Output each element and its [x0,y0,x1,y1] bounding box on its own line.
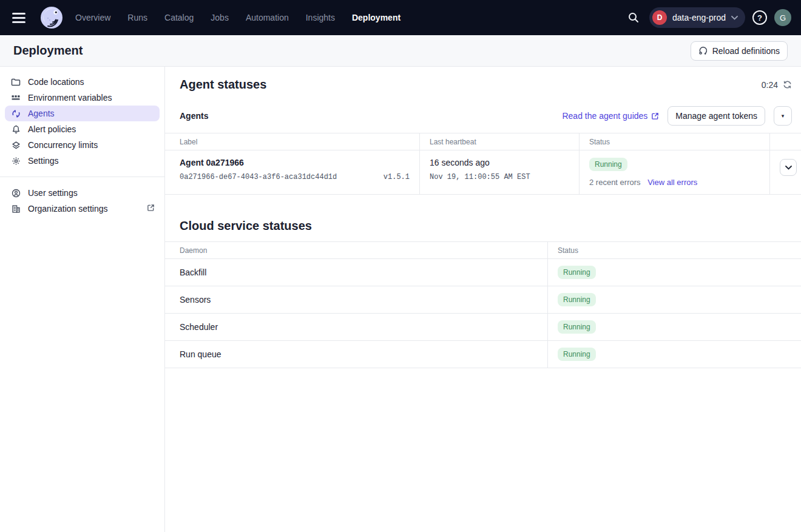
primary-nav: Overview Runs Catalog Jobs Automation In… [75,13,417,22]
user-icon [11,188,21,198]
sidebar-item-user-settings[interactable]: User settings [5,185,160,201]
refresh-countdown: 0:24 [762,80,792,90]
agents-subheader: Agents Read the agent guides Manage agen… [165,92,801,133]
sidebar-item-label: Settings [28,156,59,166]
building-icon [11,204,21,214]
daemon-name: Backfill [165,259,548,286]
agents-section-label: Agents [180,111,208,121]
status-badge: Running [558,348,596,361]
daemon-status-cell: Running [548,259,801,286]
agent-heartbeat-cell: 16 seconds ago Nov 19, 11:00:55 AM EST [420,150,580,195]
folder-icon [11,77,21,87]
agent-guides-label: Read the agent guides [562,111,647,121]
sidebar-item-alert-policies[interactable]: Alert policies [5,121,160,137]
sidebar-item-label: Alert policies [28,124,76,134]
cloud-service-statuses-title: Cloud service statuses [165,195,801,233]
agent-status-cell: Running 2 recent errors View all errors [580,150,770,195]
deployment-initial-badge: D [652,10,667,25]
chevron-down-icon [731,16,738,20]
column-header-status: Status [548,242,801,259]
help-icon: ? [752,10,767,25]
code-location-icon [698,46,708,55]
avatar[interactable]: G [774,9,791,26]
nav-item-deployment[interactable]: Deployment [352,13,400,22]
reload-definitions-label: Reload definitions [712,46,780,56]
search-icon [627,12,640,24]
external-link-icon [147,204,155,214]
column-header-actions [770,133,801,150]
view-all-errors-link[interactable]: View all errors [647,178,697,187]
daemon-name: Sensors [165,286,548,314]
column-header-last-heartbeat: Last heartbeat [420,133,580,150]
sidebar-item-environment-variables[interactable]: Environment variables [5,90,160,106]
heartbeat-timestamp: Nov 19, 11:00:55 AM EST [430,173,569,181]
page-header: Deployment Reload definitions [0,35,801,67]
status-badge: Running [558,293,596,306]
sidebar-item-organization-settings[interactable]: Organization settings [5,201,160,217]
search-button[interactable] [623,7,644,29]
sidebar-item-label: Code locations [28,77,84,87]
nav-item-catalog[interactable]: Catalog [164,13,194,22]
dagster-logo-icon[interactable] [40,6,63,29]
agent-expand-button[interactable] [780,159,797,176]
agents-more-actions-button[interactable]: ▾ [774,106,792,126]
sidebar-item-label: Environment variables [28,93,112,103]
external-link-icon [651,112,659,120]
nav-item-overview[interactable]: Overview [75,13,110,22]
agent-guides-link[interactable]: Read the agent guides [562,111,659,121]
sidebar-item-code-locations[interactable]: Code locations [5,74,160,90]
agent-statuses-header: Agent statuses 0:24 [165,67,801,92]
content-layout: Code locations Environment variables [0,67,801,532]
deployment-sidebar: Code locations Environment variables [0,67,165,532]
column-header-daemon: Daemon [165,242,548,259]
agent-sync-icon [11,109,21,118]
top-nav: Overview Runs Catalog Jobs Automation In… [0,0,801,35]
status-badge: Running [558,320,596,334]
status-badge: Running [589,158,627,171]
sidebar-item-settings[interactable]: Settings [5,153,160,169]
status-badge: Running [558,266,596,279]
nav-item-runs[interactable]: Runs [127,13,147,22]
chevron-down-icon [785,166,792,170]
daemon-status-cell: Running [548,286,801,314]
daemon-status-cell: Running [548,314,801,341]
agent-statuses-title: Agent statuses [180,78,266,92]
sidebar-item-concurrency-limits[interactable]: Concurrency limits [5,137,160,153]
variables-icon [11,93,21,103]
main-content: Agent statuses 0:24 Agents Read the agen… [165,67,801,532]
agent-label-cell: Agent 0a271966 0a271966-de67-4043-a3f6-a… [165,150,420,195]
refresh-icon[interactable] [783,80,792,89]
sidebar-item-label: Concurrency limits [28,140,98,150]
bell-icon [11,124,21,134]
page-title: Deployment [13,44,83,58]
nav-item-automation[interactable]: Automation [246,13,289,22]
reload-definitions-button[interactable]: Reload definitions [691,41,788,61]
nav-item-jobs[interactable]: Jobs [211,13,229,22]
deployment-switcher[interactable]: D data-eng-prod [649,7,745,28]
sidebar-item-agents[interactable]: Agents [5,106,160,121]
hamburger-menu-icon[interactable] [10,5,34,30]
sidebar-item-label: User settings [28,188,78,198]
agent-id: 0a271966-de67-4043-a3f6-aca31dc44d1d [180,173,337,181]
daemon-status-cell: Running [548,341,801,368]
agents-controls: Read the agent guides Manage agent token… [562,106,792,126]
sidebar-divider [0,177,164,177]
manage-agent-tokens-button[interactable]: Manage agent tokens [668,106,765,126]
daemon-name: Scheduler [165,314,548,341]
sidebar-item-label: Agents [28,109,55,118]
caret-down-icon: ▾ [782,113,785,119]
countdown-value: 0:24 [762,80,778,90]
recent-errors-text: 2 recent errors [589,178,641,187]
deployment-name: data-eng-prod [672,13,726,22]
agent-actions-cell [770,150,801,195]
agent-version: v1.5.1 [384,173,410,181]
column-header-label: Label [165,133,420,150]
daemon-name: Run queue [165,341,548,368]
nav-item-insights[interactable]: Insights [306,13,335,22]
help-button[interactable]: ? [750,8,769,27]
heartbeat-relative: 16 seconds ago [430,158,569,167]
cloud-services-table: Daemon Status Backfill Running Sensors R… [165,241,801,368]
column-header-status: Status [580,133,770,150]
agents-table: Label Last heartbeat Status Agent 0a2719… [165,133,801,195]
sidebar-item-label: Organization settings [28,204,140,214]
